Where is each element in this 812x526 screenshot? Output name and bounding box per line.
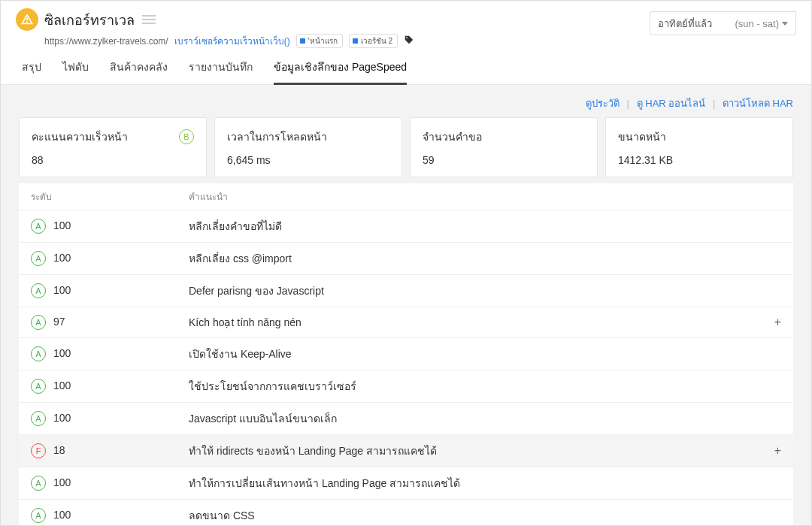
action-links: ดูประวัติ | ดู HAR ออนไลน์ | ดาวน์โหลด H… — [19, 95, 793, 111]
score-value: 100 — [53, 347, 71, 359]
card-score: คะแนนความเร็วหน้า B 88 — [19, 117, 207, 177]
recommendations-table: ระดับ คำแนะนำ A100หลีกเลี่ยงคำขอที่ไม่ดี… — [19, 183, 793, 525]
tab-outage[interactable]: ไฟดับ — [62, 59, 89, 84]
recommendation-text: Javascript แบบอินไลน์ขนาดเล็ก — [189, 410, 759, 427]
grade-badge: A — [31, 346, 46, 361]
recommendation-text: เปิดใช้งาน Keep-Alive — [189, 346, 759, 362]
table-row[interactable]: A100หลีกเลี่ยงคำขอที่ไม่ดี — [19, 210, 793, 242]
grade-cell: A100 — [31, 508, 189, 523]
tab-log-report[interactable]: รายงานบันทึก — [189, 59, 253, 84]
grade-badge: F — [31, 443, 46, 458]
separator: | — [713, 98, 715, 109]
table-row[interactable]: A97Kích hoạt tính năng nén+ — [19, 307, 793, 337]
table-row[interactable]: A100ทำให้การเปลี่ยนเส้นทางหน้า Landing P… — [19, 467, 793, 499]
score-value: 100 — [53, 379, 71, 391]
grade-cell: A100 — [31, 346, 189, 361]
header-recommendation: คำแนะนำ — [189, 189, 781, 204]
table-row[interactable]: A100Defer parisng ของ Javascript — [19, 274, 793, 307]
grade-badge: A — [31, 219, 46, 234]
score-value: 100 — [53, 219, 71, 231]
grade-cell: A100 — [31, 283, 189, 298]
browser-speed-link[interactable]: เบราว์เซอร์ความเร็วหน้าเว็บ() — [174, 34, 290, 48]
grade-cell: A100 — [31, 219, 189, 234]
table-header: ระดับ คำแนะนำ — [19, 183, 793, 210]
menu-icon[interactable] — [142, 15, 156, 24]
card-load-time: เวลาในการโหลดหน้า 6,645 ms — [214, 117, 402, 177]
title-row: ซิลเกอร์ทราเวล — [16, 8, 650, 31]
tab-inventory[interactable]: สินค้าคงคลัง — [110, 59, 168, 84]
grade-cell: A100 — [31, 379, 189, 394]
card-requests: จำนวนคำขอ 59 — [410, 117, 598, 177]
table-row[interactable]: A100หลีกเลี่ยง css @import — [19, 242, 793, 274]
grade-badge: A — [31, 411, 46, 426]
grade-badge: B — [179, 129, 194, 144]
tabs: สรุป ไฟดับ สินค้าคงคลัง รายงานบันทึก ข้อ… — [1, 48, 811, 85]
tab-pagespeed[interactable]: ข้อมูลเชิงลึกของ PageSpeed — [274, 59, 407, 85]
grade-badge: A — [31, 379, 46, 394]
header: ซิลเกอร์ทราเวล https://www.zylker-travel… — [1, 1, 811, 48]
grade-badge: A — [31, 251, 46, 266]
recommendation-text: หลีกเลี่ยงคำขอที่ไม่ดี — [189, 218, 759, 234]
card-title: เวลาในการโหลดหน้า — [227, 128, 389, 145]
grade-cell: A100 — [31, 411, 189, 426]
chip-dot-icon — [353, 38, 358, 44]
date-range: (sun - sat) — [735, 18, 788, 29]
svg-point-2 — [406, 37, 408, 38]
recommendation-text: ทำให้ ridirects ของหน้า Landing Page สาม… — [189, 443, 759, 459]
table-row[interactable]: A100เปิดใช้งาน Keep-Alive — [19, 337, 793, 370]
chip-label: 'หน้าแรก — [308, 35, 338, 47]
expand-icon[interactable]: + — [759, 316, 781, 329]
header-grade: ระดับ — [31, 189, 189, 204]
expand-icon[interactable]: + — [759, 444, 781, 458]
score-value: 100 — [53, 509, 71, 521]
grade-cell: A100 — [31, 476, 189, 491]
har-online-link[interactable]: ดู HAR ออนไลน์ — [637, 98, 706, 109]
warning-icon — [16, 8, 38, 31]
score-value: 100 — [53, 476, 71, 488]
card-value: 1412.31 KB — [618, 154, 780, 166]
chevron-down-icon — [782, 22, 788, 26]
recommendation-text: Kích hoạt tính năng nén — [189, 316, 759, 328]
card-title: คะแนนความเร็วหน้า B — [32, 128, 194, 145]
har-download-link[interactable]: ดาวน์โหลด HAR — [723, 98, 793, 109]
chip-version[interactable]: เวอร์ชัน 2 — [349, 34, 398, 48]
history-link[interactable]: ดูประวัติ — [586, 98, 620, 109]
svg-point-1 — [27, 22, 28, 23]
card-value: 6,645 ms — [227, 154, 389, 166]
table-row[interactable]: A100ใช้ประโยชน์จากการแคชเบราว์เซอร์ — [19, 370, 793, 402]
chip-label: เวอร์ชัน 2 — [361, 35, 392, 47]
chip-homepage[interactable]: 'หน้าแรก — [296, 34, 343, 48]
card-page-size: ขนาดหน้า 1412.31 KB — [605, 117, 793, 177]
recommendation-text: ลดขนาด CSS — [189, 507, 759, 524]
page-title: ซิลเกอร์ทราเวล — [44, 9, 135, 31]
card-title: ขนาดหน้า — [618, 128, 780, 145]
separator: | — [627, 98, 629, 109]
grade-badge: A — [31, 508, 46, 523]
site-url: https://www.zylker-travels.com/ — [44, 36, 168, 47]
score-value: 100 — [53, 252, 71, 264]
table-row[interactable]: F18ทำให้ ridirects ของหน้า Landing Page … — [19, 434, 793, 467]
grade-badge: A — [31, 315, 46, 330]
recommendation-text: ใช้ประโยชน์จากการแคชเบราว์เซอร์ — [189, 378, 759, 394]
score-value: 100 — [53, 284, 71, 296]
card-title: จำนวนคำขอ — [423, 128, 585, 145]
grade-cell: F18 — [31, 443, 189, 458]
table-row[interactable]: A100ลดขนาด CSS — [19, 499, 793, 525]
grade-badge: A — [31, 476, 46, 491]
tag-icon[interactable] — [404, 35, 414, 47]
content-area: ดูประวัติ | ดู HAR ออนไลน์ | ดาวน์โหลด H… — [1, 85, 811, 525]
score-value: 100 — [53, 412, 71, 424]
score-value: 97 — [53, 316, 65, 328]
header-left: ซิลเกอร์ทราเวล https://www.zylker-travel… — [16, 8, 650, 48]
url-row: https://www.zylker-travels.com/ เบราว์เซ… — [44, 34, 650, 48]
chip-dot-icon — [300, 38, 305, 44]
card-title-text: คะแนนความเร็วหน้า — [32, 128, 128, 145]
date-label: อาทิตย์ที่แล้ว — [658, 16, 712, 32]
tab-summary[interactable]: สรุป — [22, 59, 41, 84]
date-range-picker[interactable]: อาทิตย์ที่แล้ว (sun - sat) — [650, 11, 796, 35]
card-value: 88 — [32, 154, 194, 166]
recommendation-text: ทำให้การเปลี่ยนเส้นทางหน้า Landing Page … — [189, 475, 759, 491]
recommendation-text: Defer parisng ของ Javascript — [189, 283, 759, 299]
card-value: 59 — [423, 154, 585, 166]
table-row[interactable]: A100Javascript แบบอินไลน์ขนาดเล็ก — [19, 402, 793, 434]
